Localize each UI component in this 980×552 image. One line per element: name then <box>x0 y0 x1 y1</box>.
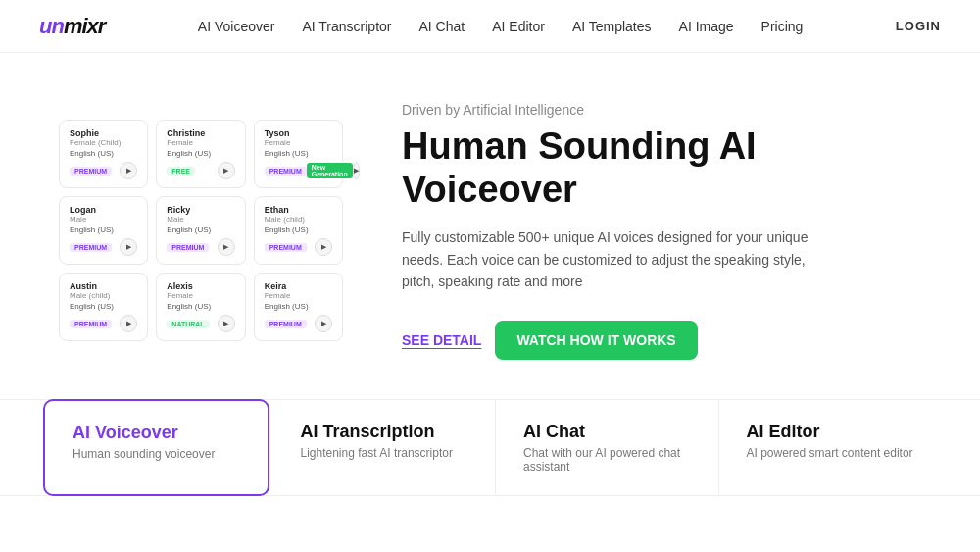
play-button[interactable]: ▶ <box>218 162 235 179</box>
voice-gender: Male (child) <box>265 215 332 224</box>
voice-gender: Female <box>265 291 332 300</box>
voice-card: Ricky Male English (US) PREMIUM ▶ <box>156 196 245 265</box>
voice-lang: English (US) <box>265 226 332 234</box>
voice-badge: NATURAL <box>167 320 209 328</box>
tab-title-chat: AI Chat <box>523 422 691 442</box>
voice-card: Keira Female English (US) PREMIUM ▶ <box>254 273 343 341</box>
voice-card: Ethan Male (child) English (US) PREMIUM … <box>254 196 343 265</box>
voice-grid-container: Sophie Female (Child) English (US) PREMI… <box>59 120 343 341</box>
hero-text: Driven by Artificial Intelligence Human … <box>402 102 921 360</box>
nav-links: AI VoiceoverAI TranscriptorAI ChatAI Edi… <box>198 19 804 34</box>
voice-lang: English (US) <box>70 226 137 234</box>
voice-lang: English (US) <box>265 302 332 311</box>
voice-gender: Female <box>265 138 332 147</box>
voice-card: Tyson Female English (US) PREMIUM New Ge… <box>254 120 343 188</box>
voice-lang: English (US) <box>70 149 137 158</box>
nav-link-ai-chat[interactable]: AI Chat <box>418 19 465 34</box>
voice-badge: PREMIUM <box>265 320 307 328</box>
voice-lang: English (US) <box>70 302 137 311</box>
voice-badge: PREMIUM <box>70 320 112 328</box>
navbar: unmixr AI VoiceoverAI TranscriptorAI Cha… <box>0 0 980 53</box>
tab-title-voiceover: AI Voiceover <box>73 423 240 443</box>
hero-desc: Fully customizable 500+ unique AI voices… <box>402 226 813 292</box>
voice-gender: Male <box>70 215 137 224</box>
play-button[interactable]: ▶ <box>315 238 332 256</box>
watch-button[interactable]: WATCH HOW IT WORKS <box>495 321 697 360</box>
voice-name: Christine <box>167 128 234 138</box>
voice-card: Christine Female English (US) FREE ▶ <box>156 120 245 188</box>
tab-desc-chat: Chat with our AI powered chat assistant <box>523 446 691 474</box>
play-button[interactable]: ▶ <box>120 238 137 256</box>
play-button[interactable]: ▶ <box>353 162 360 179</box>
voice-gender: Female <box>167 138 234 147</box>
voice-name: Austin <box>70 281 137 291</box>
nav-link-ai-templates[interactable]: AI Templates <box>572 19 652 34</box>
voice-lang: English (US) <box>167 149 234 158</box>
nav-link-pricing[interactable]: Pricing <box>761 19 804 34</box>
nav-link-ai-transcriptor[interactable]: AI Transcriptor <box>302 19 391 34</box>
voice-card: Sophie Female (Child) English (US) PREMI… <box>59 120 148 188</box>
voice-lang: English (US) <box>167 226 234 234</box>
voice-grid: Sophie Female (Child) English (US) PREMI… <box>59 120 343 341</box>
voice-lang: English (US) <box>265 149 332 158</box>
logo: unmixr <box>39 14 105 39</box>
play-button[interactable]: ▶ <box>218 315 235 332</box>
voice-badge: PREMIUM <box>265 167 307 176</box>
play-button[interactable]: ▶ <box>120 315 137 332</box>
feature-tab-editor[interactable]: AI Editor AI powered smart content edito… <box>719 400 942 495</box>
voice-name: Tyson <box>265 128 332 138</box>
voice-badge: PREMIUM <box>70 167 112 176</box>
voice-badge: FREE <box>167 167 195 176</box>
voice-name: Sophie <box>70 128 137 138</box>
voice-gender: Female <box>167 291 234 300</box>
voice-gender: Male (child) <box>70 291 137 300</box>
tab-title-transcription: AI Transcription <box>301 422 468 442</box>
see-detail-button[interactable]: SEE DETAIL <box>402 332 481 348</box>
hero-driven: Driven by Artificial Intelligence <box>402 102 921 118</box>
voice-card: Logan Male English (US) PREMIUM ▶ <box>59 196 148 265</box>
voice-name: Ethan <box>265 205 332 215</box>
voice-gender: Female (Child) <box>70 138 137 147</box>
feature-tab-transcription[interactable]: AI Transcription Lightening fast AI tran… <box>273 400 497 495</box>
voice-badge: PREMIUM <box>167 243 209 252</box>
voice-card: Alexis Female English (US) NATURAL ▶ <box>156 273 245 341</box>
play-button[interactable]: ▶ <box>315 315 332 332</box>
voice-gender: Male <box>167 215 234 224</box>
hero-title: Human Sounding AI Voiceover <box>402 125 921 211</box>
hero-buttons: SEE DETAIL WATCH HOW IT WORKS <box>402 321 921 360</box>
tab-desc-transcription: Lightening fast AI transcriptor <box>301 446 468 460</box>
voice-name: Ricky <box>167 205 234 215</box>
nav-link-ai-editor[interactable]: AI Editor <box>492 19 545 34</box>
tab-title-editor: AI Editor <box>747 422 914 442</box>
features-tabs: AI Voiceover Human sounding voiceover AI… <box>0 399 980 496</box>
login-button[interactable]: LOGIN <box>896 19 941 33</box>
all-in-one-section: All-in-one platform for creators! Video … <box>0 506 980 552</box>
voice-name: Keira <box>265 281 332 291</box>
tab-desc-editor: AI powered smart content editor <box>747 446 914 460</box>
voice-badge: PREMIUM <box>265 243 307 252</box>
nav-link-ai-image[interactable]: AI Image <box>679 19 734 34</box>
voice-lang: English (US) <box>167 302 234 311</box>
voice-name: Logan <box>70 205 137 215</box>
hero-section: Sophie Female (Child) English (US) PREMI… <box>0 53 980 389</box>
voice-name: Alexis <box>167 281 234 291</box>
voice-badge: PREMIUM <box>70 243 112 252</box>
feature-tab-chat[interactable]: AI Chat Chat with our AI powered chat as… <box>496 400 719 495</box>
nav-link-ai-voiceover[interactable]: AI Voiceover <box>198 19 275 34</box>
feature-tab-voiceover[interactable]: AI Voiceover Human sounding voiceover <box>43 399 270 496</box>
tab-desc-voiceover: Human sounding voiceover <box>73 447 240 461</box>
play-button[interactable]: ▶ <box>218 238 235 256</box>
play-button[interactable]: ▶ <box>120 162 137 179</box>
voice-card: Austin Male (child) English (US) PREMIUM… <box>59 273 148 341</box>
